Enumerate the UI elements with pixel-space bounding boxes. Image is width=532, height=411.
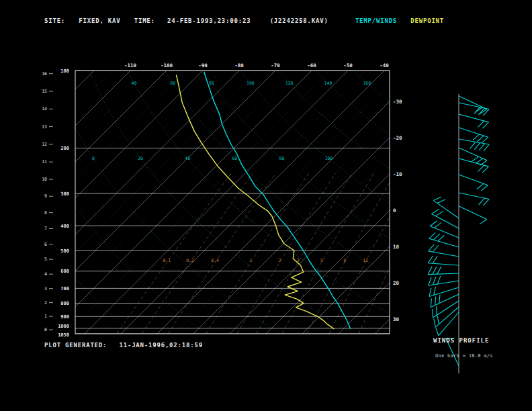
footer-bar: PLOT GENERATED: 11-JAN-1996,02:18:59 (44, 342, 203, 349)
svg-text:40: 40 (131, 81, 136, 86)
svg-text:80: 80 (209, 81, 214, 86)
svg-text:5: 5 (320, 258, 323, 263)
pressure-axis-labels: 10020030040050060070080090010001050 (58, 68, 69, 338)
svg-text:1050: 1050 (58, 332, 69, 338)
svg-text:800: 800 (60, 301, 69, 306)
svg-text:100: 100 (325, 156, 333, 161)
svg-text:700: 700 (60, 286, 69, 291)
svg-text:6: 6 (44, 242, 47, 247)
svg-text:900: 900 (60, 314, 69, 320)
svg-text:-50: -50 (343, 62, 353, 68)
svg-text:1: 1 (249, 258, 252, 263)
svg-text:0.2: 0.2 (186, 258, 194, 263)
svg-text:14: 14 (42, 106, 47, 111)
svg-text:9: 9 (44, 193, 47, 199)
svg-text:160: 160 (363, 81, 371, 86)
svg-text:40: 40 (185, 156, 190, 161)
svg-text:5: 5 (44, 257, 47, 262)
svg-text:8: 8 (44, 210, 47, 216)
svg-text:3: 3 (44, 286, 47, 291)
svg-text:140: 140 (324, 81, 332, 86)
svg-text:0: 0 (393, 208, 396, 214)
svg-text:0: 0 (44, 327, 47, 332)
svg-text:8: 8 (343, 258, 346, 263)
svg-text:4: 4 (44, 271, 47, 277)
svg-text:-30: -30 (393, 99, 402, 105)
svg-text:1000: 1000 (58, 324, 69, 329)
sounding-app-screen: SITE: FIXED, KAV TIME: 24-FEB-1993,23:00… (0, 0, 532, 411)
svg-text:-40: -40 (380, 62, 389, 68)
winds-barb-legend: One barb = 10.0 m/s (435, 353, 493, 359)
plot-generated-value: 11-JAN-1996,02:18:59 (120, 342, 203, 349)
svg-text:0.4: 0.4 (211, 258, 219, 263)
svg-text:400: 400 (60, 224, 69, 229)
winds-profile-title: WINDS PROFILE (433, 337, 489, 344)
svg-text:-20: -20 (393, 135, 402, 141)
svg-text:10: 10 (393, 244, 400, 250)
svg-text:-110: -110 (124, 62, 137, 68)
svg-text:120: 120 (285, 81, 294, 86)
wind-barbs (428, 94, 489, 373)
skewt-diagram: 1002003004005006007008009001000105001234… (0, 0, 532, 411)
svg-text:60: 60 (170, 81, 175, 86)
svg-text:16: 16 (42, 71, 47, 77)
svg-text:0: 0 (92, 156, 95, 161)
svg-text:0.1: 0.1 (163, 258, 171, 263)
svg-text:-100: -100 (161, 62, 173, 68)
svg-text:20: 20 (393, 280, 400, 286)
svg-text:2: 2 (279, 258, 281, 263)
height-axis-labels: 012345678910111213141516 (42, 71, 53, 332)
svg-text:-90: -90 (198, 62, 208, 68)
svg-text:7: 7 (44, 226, 47, 231)
temperature-trace (204, 72, 351, 329)
sounding-traces (177, 72, 351, 329)
top-temperature-labels: -110-100-90-80-70-60-50-40 (124, 62, 389, 68)
svg-text:15: 15 (42, 89, 47, 94)
svg-text:12: 12 (363, 258, 368, 263)
svg-text:600: 600 (60, 269, 69, 274)
svg-text:13: 13 (42, 124, 47, 130)
svg-text:-60: -60 (307, 62, 316, 68)
gridlines (0, 71, 532, 334)
svg-text:12: 12 (42, 142, 47, 147)
svg-text:2: 2 (44, 300, 47, 306)
svg-text:30: 30 (393, 316, 400, 322)
right-temperature-labels: -30-20-100102030 (393, 99, 402, 322)
svg-text:1: 1 (44, 314, 47, 319)
svg-text:200: 200 (60, 146, 69, 151)
svg-text:-70: -70 (271, 62, 280, 68)
plot-generated-label: PLOT GENERATED: (44, 342, 107, 349)
svg-text:20: 20 (138, 156, 143, 161)
svg-text:500: 500 (60, 248, 69, 254)
svg-text:10: 10 (42, 177, 47, 182)
svg-text:60: 60 (232, 156, 237, 161)
svg-text:11: 11 (42, 159, 47, 165)
svg-text:80: 80 (279, 156, 285, 161)
svg-text:100: 100 (60, 68, 69, 74)
svg-text:300: 300 (60, 191, 69, 197)
dry-adiabat-labels: 406080100120140160020406080100 (92, 81, 371, 162)
svg-text:-80: -80 (234, 62, 244, 68)
svg-text:100: 100 (247, 81, 255, 86)
svg-text:-10: -10 (393, 171, 402, 177)
